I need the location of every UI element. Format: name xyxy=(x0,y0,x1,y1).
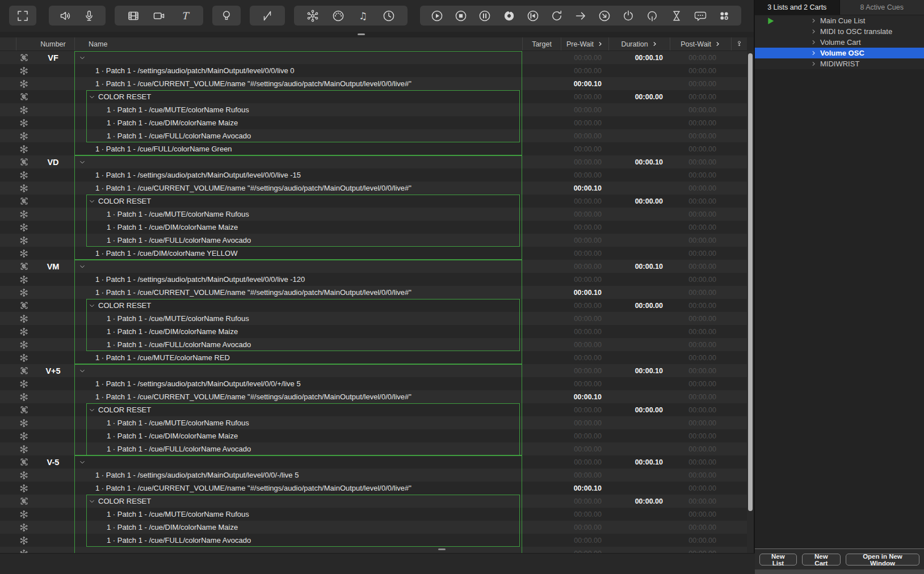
group-cue-row[interactable]: COLOR RESET00:00.0000:00.0000:00.00 xyxy=(0,495,747,508)
disclosure-chevron-icon[interactable] xyxy=(89,198,95,205)
cue-row[interactable]: 1 · Patch 1 - /cue/FULL/colorName Avocad… xyxy=(0,442,747,455)
disclosure-chevron-icon[interactable] xyxy=(79,459,86,466)
bottom-drawer-handle[interactable] xyxy=(438,548,446,550)
timecode-cue-icon[interactable] xyxy=(382,9,396,23)
reset-cue-icon[interactable] xyxy=(526,9,540,23)
col-header-name[interactable]: Name xyxy=(74,37,522,50)
devamp-cue-icon[interactable] xyxy=(550,9,564,23)
group-cue-row[interactable]: COLOR RESET00:00.0000:00.0000:00.00 xyxy=(0,403,747,416)
chevron-right-icon[interactable] xyxy=(810,50,817,56)
scrollbar-thumb[interactable] xyxy=(748,53,753,511)
cue-row[interactable]: 1 · Patch 1 - /cue/CURRENT_VOLUME/name "… xyxy=(0,182,747,195)
group-cue-row[interactable]: COLOR RESET00:00.0000:00.0000:00.00 xyxy=(0,195,747,208)
cue-row[interactable]: 1 · Patch 1 - /cue/MUTE/colorName Rufous… xyxy=(0,208,747,221)
col-header-continue[interactable] xyxy=(731,37,747,50)
col-header-duration[interactable]: Duration xyxy=(608,37,670,50)
cue-row[interactable]: 1 · Patch 1 - /cue/MUTE/colorName Rufous… xyxy=(0,103,747,116)
cue-list-item[interactable]: MIDIWRIST xyxy=(755,58,924,69)
text-cue-icon[interactable] xyxy=(178,9,191,23)
new-cart-button[interactable]: New Cart xyxy=(802,554,841,565)
pause-cue-icon[interactable] xyxy=(478,9,492,23)
cue-row[interactable]: 1 · Patch 1 - /settings/audio/patch/Main… xyxy=(0,377,747,390)
cue-row[interactable]: 1 · Patch 1 - /settings/audio/patch/Main… xyxy=(0,273,747,286)
cue-row[interactable]: 1 · Patch 1 - /settings/audio/patch/Main… xyxy=(0,469,747,482)
cue-list-item[interactable]: MIDI to OSC translate xyxy=(755,26,924,37)
cue-row[interactable]: 1 · Patch 1 - /settings/audio/patch/Main… xyxy=(0,168,747,182)
group-cue-row[interactable]: V-500:00.0000:00.1000:00.00 xyxy=(0,455,747,469)
cue-row[interactable]: 00:00.0000:00.00 xyxy=(0,547,747,553)
disclosure-chevron-icon[interactable] xyxy=(89,407,95,413)
cue-row[interactable]: 1 · Patch 1 - /cue/FULL/colorName Avocad… xyxy=(0,234,747,247)
cue-row[interactable]: 1 · Patch 1 - /cue/MUTE/colorName Rufous… xyxy=(0,416,747,429)
cue-list-item[interactable]: Main Cue List xyxy=(755,15,924,26)
col-header-post-wait[interactable]: Post-Wait xyxy=(670,37,731,50)
col-header-number[interactable]: Number xyxy=(32,37,74,50)
col-header-type[interactable] xyxy=(16,37,32,50)
disclosure-chevron-icon[interactable] xyxy=(79,368,86,374)
cue-row[interactable]: 1 · Patch 1 - /cue/DIM/colorName Maize00… xyxy=(0,116,747,129)
disclosure-chevron-icon[interactable] xyxy=(79,263,86,270)
group-cue-row[interactable]: VF00:00.0000:00.1000:00.00 xyxy=(0,51,747,64)
music-cue-icon[interactable] xyxy=(356,9,370,23)
cue-row[interactable]: 1 · Patch 1 - /cue/DIM/colorName YELLOW0… xyxy=(0,247,747,260)
open-in-new-window-button[interactable]: Open in New Window xyxy=(846,554,919,565)
disclosure-chevron-icon[interactable] xyxy=(79,159,86,166)
audio-cue-icon[interactable] xyxy=(58,9,72,23)
cue-list-scrollbar[interactable] xyxy=(747,51,754,553)
cue-row[interactable]: 1 · Patch 1 - /cue/CURRENT_VOLUME/name "… xyxy=(0,390,747,403)
midi-cue-icon[interactable] xyxy=(331,9,345,23)
camera-cue-icon[interactable] xyxy=(152,9,166,23)
cue-row[interactable]: 1 · Patch 1 - /cue/MUTE/colorName Rufous… xyxy=(0,508,747,521)
goto-cue-icon[interactable] xyxy=(574,9,587,23)
cue-row[interactable]: 1 · Patch 1 - /cue/CURRENT_VOLUME/name "… xyxy=(0,77,747,90)
stop-cue-icon[interactable] xyxy=(454,9,468,23)
chevron-right-icon[interactable] xyxy=(810,28,817,35)
cue-row[interactable]: 1 · Patch 1 - /cue/DIM/colorName Maize00… xyxy=(0,325,747,338)
group-cue-row[interactable]: COLOR RESET00:00.0000:00.0000:00.00 xyxy=(0,299,747,312)
cue-row[interactable]: 1 · Patch 1 - /cue/DIM/colorName Maize00… xyxy=(0,221,747,234)
disclosure-chevron-icon[interactable] xyxy=(89,498,95,505)
target-cue-icon[interactable] xyxy=(598,9,611,23)
network-cue-icon[interactable] xyxy=(306,9,320,23)
chevron-right-icon[interactable] xyxy=(810,39,817,45)
cue-list-item[interactable]: Volume OSC xyxy=(755,48,924,58)
cue-row[interactable]: 1 · Patch 1 - /cue/FULL/colorName Avocad… xyxy=(0,534,747,547)
cue-row[interactable]: 1 · Patch 1 - /cue/DIM/colorName Maize00… xyxy=(0,521,747,534)
cue-row[interactable]: 1 · Patch 1 - /cue/FULL/colorName Avocad… xyxy=(0,338,747,351)
light-cue-icon[interactable] xyxy=(220,9,233,23)
group-cue-row[interactable]: COLOR RESET00:00.0000:00.0000:00.00 xyxy=(0,90,747,103)
chevron-right-icon[interactable] xyxy=(810,18,817,24)
cue-row[interactable]: 1 · Patch 1 - /cue/FULL/colorName Avocad… xyxy=(0,129,747,142)
wait-cue-icon[interactable] xyxy=(670,9,683,23)
disclosure-chevron-icon[interactable] xyxy=(89,302,95,309)
top-drawer-handle[interactable] xyxy=(358,33,365,35)
tab-active-cues[interactable]: 8 Active Cues xyxy=(839,0,924,15)
memo-cue-icon[interactable] xyxy=(694,9,707,23)
mic-cue-icon[interactable] xyxy=(82,9,96,23)
disclosure-chevron-icon[interactable] xyxy=(89,94,95,100)
tab-lists-and-carts[interactable]: 3 Lists and 2 Carts xyxy=(755,0,839,15)
cue-row[interactable]: 1 · Patch 1 - /cue/MUTE/colorName RED00:… xyxy=(0,351,747,364)
cart-view-icon[interactable] xyxy=(717,9,731,23)
group-cue-row[interactable]: VD00:00.0000:00.1000:00.00 xyxy=(0,155,747,168)
chevron-right-icon[interactable] xyxy=(810,61,817,67)
cue-row[interactable]: 1 · Patch 1 - /cue/CURRENT_VOLUME/name "… xyxy=(0,482,747,495)
cue-row[interactable]: 1 · Patch 1 - /cue/MUTE/colorName Rufous… xyxy=(0,312,747,325)
start-cue-icon[interactable] xyxy=(430,9,444,23)
show-mode-icon[interactable] xyxy=(16,9,30,23)
group-cue-row[interactable]: VM00:00.0000:00.1000:00.00 xyxy=(0,260,747,273)
disarm-cue-icon[interactable] xyxy=(645,9,659,23)
fade-cue-icon[interactable] xyxy=(261,9,274,23)
col-header-target[interactable]: Target xyxy=(522,37,561,50)
col-header-status[interactable] xyxy=(0,37,16,50)
cue-list-item[interactable]: Volume Cart xyxy=(755,37,924,48)
cue-row[interactable]: 1 · Patch 1 - /settings/audio/patch/Main… xyxy=(0,64,747,77)
group-cue-row[interactable]: V+500:00.0000:00.1000:00.00 xyxy=(0,364,747,377)
new-list-button[interactable]: New List xyxy=(759,554,797,565)
col-header-pre-wait[interactable]: Pre-Wait xyxy=(561,37,608,50)
load-cue-icon[interactable] xyxy=(502,9,516,23)
disclosure-chevron-icon[interactable] xyxy=(79,54,86,61)
cue-row[interactable]: 1 · Patch 1 - /cue/CURRENT_VOLUME/name "… xyxy=(0,286,747,299)
cue-row[interactable]: 1 · Patch 1 - /cue/FULL/colorName Green0… xyxy=(0,142,747,155)
video-cue-icon[interactable] xyxy=(127,9,140,23)
